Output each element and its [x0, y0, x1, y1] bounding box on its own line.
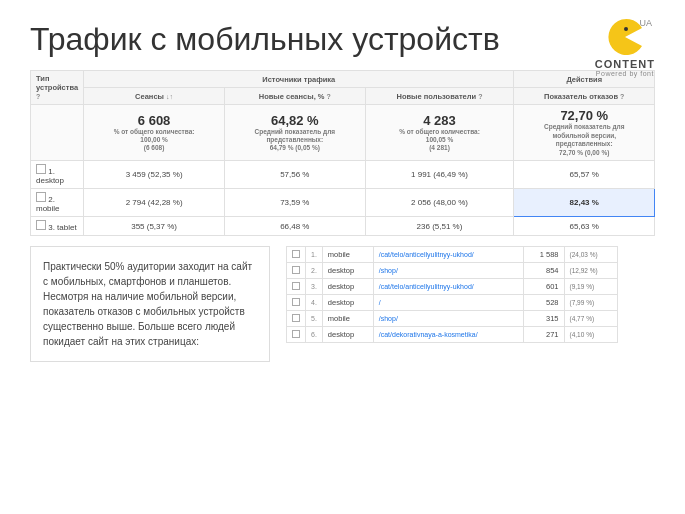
right-row-num-1: 1. — [306, 247, 323, 263]
total-new-sessions: 64,82 % Средний показатель дляпредставле… — [225, 105, 366, 161]
right-url-6: /cat/dekorativnaya-a-kosmetika/ — [373, 327, 523, 343]
main-table-wrapper: Тип устройства ? Источники трафика Дейст… — [30, 70, 655, 236]
device-num-3: 3. tablet — [31, 217, 84, 236]
pacman-logo: UA — [606, 18, 644, 56]
right-table-row: 1. mobile /cat/telo/anticellyulitnyy-ukh… — [287, 247, 618, 263]
bounce-tablet: 65,63 % — [514, 217, 655, 236]
right-url-2: /shop/ — [373, 263, 523, 279]
right-table-row: 4. desktop / 528 (7,99 %) — [287, 295, 618, 311]
right-device-4: desktop — [322, 295, 373, 311]
right-num-1 — [287, 247, 306, 263]
table-row: 2. mobile 2 794 (42,28 %) 73,59 % 2 056 … — [31, 189, 655, 217]
right-row-num-3: 3. — [306, 279, 323, 295]
right-count-1: 1 588 — [523, 247, 564, 263]
right-count-2: 854 — [523, 263, 564, 279]
new-users-desktop: 1 991 (46,49 %) — [365, 161, 514, 189]
right-count-6: 271 — [523, 327, 564, 343]
right-pct-4: (7,99 %) — [564, 295, 618, 311]
page-container: UA CONTENT Powered by font Трафик с моби… — [0, 0, 685, 514]
right-device-2: desktop — [322, 263, 373, 279]
col-device-type: Тип устройства ? — [31, 71, 84, 105]
device-num-1: 1. desktop — [31, 161, 84, 189]
new-sessions-tablet: 66,48 % — [225, 217, 366, 236]
right-cb-4 — [287, 295, 306, 311]
logo-area: UA CONTENT Powered by font — [595, 18, 655, 77]
col-group-sources: Источники трафика — [84, 71, 514, 88]
table-row: 1. desktop 3 459 (52,35 %) 57,56 % 1 991… — [31, 161, 655, 189]
right-table-row: 6. desktop /cat/dekorativnaya-a-kosmetik… — [287, 327, 618, 343]
right-table-row: 5. mobile /shop/ 315 (4,77 %) — [287, 311, 618, 327]
right-pct-1: (24,03 %) — [564, 247, 618, 263]
page-title: Трафик с мобильных устройств — [30, 20, 550, 58]
right-count-3: 601 — [523, 279, 564, 295]
right-url-1: /cat/telo/anticellyulitnyy-ukhod/ — [373, 247, 523, 263]
right-count-4: 528 — [523, 295, 564, 311]
sessions-mobile: 2 794 (42,28 %) — [84, 189, 225, 217]
sessions-desktop: 3 459 (52,35 %) — [84, 161, 225, 189]
bounce-desktop: 65,57 % — [514, 161, 655, 189]
total-new-users: 4 283 % от общего количества:100,05 %(4 … — [365, 105, 514, 161]
new-sessions-mobile: 73,59 % — [225, 189, 366, 217]
right-device-6: desktop — [322, 327, 373, 343]
bounce-mobile-highlighted: 82,43 % — [514, 189, 655, 217]
new-users-tablet: 236 (5,51 %) — [365, 217, 514, 236]
right-device-1: mobile — [322, 247, 373, 263]
right-cb-5 — [287, 311, 306, 327]
col-new-users: Новые пользователи ? — [365, 88, 514, 105]
total-bounce-rate: 72,70 % Средний показатель длямобильной … — [514, 105, 655, 161]
right-pct-6: (4,10 %) — [564, 327, 618, 343]
right-table-row: 2. desktop /shop/ 854 (12,92 %) — [287, 263, 618, 279]
right-device-3: desktop — [322, 279, 373, 295]
bottom-area: Практически 50% аудитории заходит на сай… — [30, 246, 655, 362]
col-new-sessions: Новые сеансы, % ? — [225, 88, 366, 105]
new-sessions-desktop: 57,56 % — [225, 161, 366, 189]
total-label — [31, 105, 84, 161]
device-num-2: 2. mobile — [31, 189, 84, 217]
description-text: Практически 50% аудитории заходит на сай… — [43, 259, 257, 349]
right-count-5: 315 — [523, 311, 564, 327]
table-row: 3. tablet 355 (5,37 %) 66,48 % 236 (5,51… — [31, 217, 655, 236]
right-row-num-5: 5. — [306, 311, 323, 327]
col-bounce-rate: Показатель отказов ? — [514, 88, 655, 105]
right-cb-3 — [287, 279, 306, 295]
sessions-tablet: 355 (5,37 %) — [84, 217, 225, 236]
right-device-5: mobile — [322, 311, 373, 327]
right-table-row: 3. desktop /cat/telo/anticellyulitnyy-uk… — [287, 279, 618, 295]
right-cb-2 — [287, 263, 306, 279]
right-cb-6 — [287, 327, 306, 343]
total-row: 6 608 % от общего количества:100,00 %(6 … — [31, 105, 655, 161]
svg-point-0 — [624, 27, 628, 31]
logo-subtitle: Powered by font — [596, 70, 654, 77]
right-url-3: /cat/telo/anticellyulitnyy-ukhod/ — [373, 279, 523, 295]
right-pct-2: (12,92 %) — [564, 263, 618, 279]
col-sessions: Сеансы ↓↑ — [84, 88, 225, 105]
total-sessions: 6 608 % от общего количества:100,00 %(6 … — [84, 105, 225, 161]
logo-brand-text: CONTENT — [595, 58, 655, 70]
right-row-num-6: 6. — [306, 327, 323, 343]
right-pct-3: (9,19 %) — [564, 279, 618, 295]
right-url-4: / — [373, 295, 523, 311]
new-users-mobile: 2 056 (48,00 %) — [365, 189, 514, 217]
main-analytics-table: Тип устройства ? Источники трафика Дейст… — [30, 70, 655, 236]
right-row-num-2: 2. — [306, 263, 323, 279]
right-pct-5: (4,77 %) — [564, 311, 618, 327]
logo-ua-text: UA — [639, 18, 652, 28]
right-url-5: /shop/ — [373, 311, 523, 327]
description-box: Практически 50% аудитории заходит на сай… — [30, 246, 270, 362]
right-table: 1. mobile /cat/telo/anticellyulitnyy-ukh… — [286, 246, 618, 343]
right-row-num-4: 4. — [306, 295, 323, 311]
right-section: 1. mobile /cat/telo/anticellyulitnyy-ukh… — [286, 246, 618, 362]
